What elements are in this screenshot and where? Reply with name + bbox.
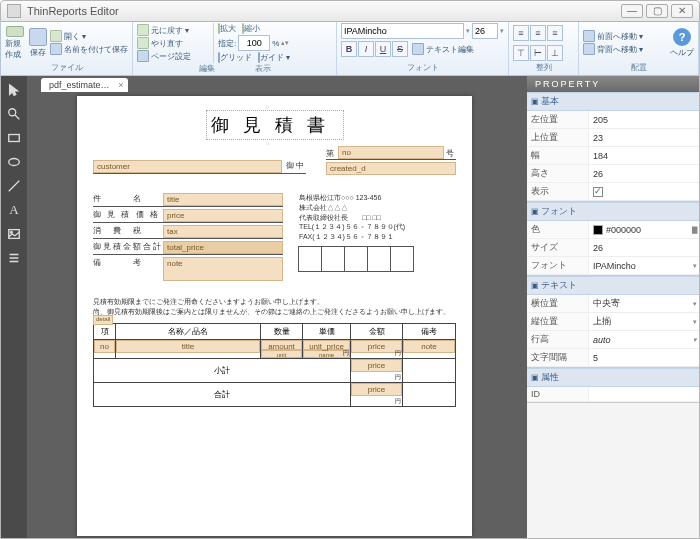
document-tab[interactable]: pdf_estimate…× (41, 78, 128, 92)
tool-palette: A (1, 76, 27, 538)
field-tax[interactable]: tax (163, 225, 283, 238)
ellipse-tool[interactable] (6, 154, 22, 170)
field-note[interactable]: note (163, 257, 283, 281)
undo-button[interactable]: 元に戻す ▾ (137, 24, 211, 36)
zoom-tool[interactable] (6, 106, 22, 122)
list-tool[interactable] (6, 250, 22, 266)
canvas[interactable]: pdf_estimate…× 御見積書 customer御中 第no号 crea… (27, 76, 527, 538)
company-block: 島根県松江市○○○ 123-456 株式会社△△△ 代表取締役社長 □□ □□ … (299, 193, 456, 283)
prop-fontfamily[interactable]: IPAMincho▾ (589, 257, 699, 274)
text-tool[interactable]: A (6, 202, 22, 218)
save-button[interactable]: 保存 (28, 26, 49, 60)
send-backward-button[interactable]: 背面へ移動 ▾ (583, 43, 643, 55)
report-title[interactable]: 御見積書 (93, 110, 456, 140)
field-no[interactable]: no (338, 146, 444, 159)
svg-point-4 (11, 231, 13, 233)
image-tool[interactable] (6, 226, 22, 242)
close-button[interactable]: ✕ (671, 4, 693, 18)
zoomout-button[interactable]: 縮小 (242, 23, 260, 34)
valign-mid-button[interactable]: ⊢ (530, 45, 546, 61)
titlebar: ThinReports Editor — ▢ ✕ (0, 0, 700, 22)
prop-width[interactable]: 184 (589, 147, 699, 164)
align-center-button[interactable]: ≡ (530, 25, 546, 41)
svg-point-0 (9, 109, 16, 116)
prop-left[interactable]: 205 (589, 111, 699, 128)
grid-toggle[interactable]: グリッド (218, 52, 252, 63)
valign-bot-button[interactable]: ⊥ (547, 45, 563, 61)
prop-display[interactable] (589, 183, 699, 200)
bold-button[interactable]: B (341, 41, 357, 57)
zoom-input[interactable] (238, 35, 270, 51)
align-left-button[interactable]: ≡ (513, 25, 529, 41)
bring-forward-button[interactable]: 前面へ移動 ▾ (583, 30, 643, 42)
italic-button[interactable]: I (358, 41, 374, 57)
prop-id[interactable] (589, 387, 699, 401)
prop-valign[interactable]: 上揃▾ (589, 313, 699, 330)
pagesetup-button[interactable]: ページ設定 (137, 50, 211, 62)
list-tag[interactable]: detail (93, 315, 113, 325)
report-page[interactable]: 御見積書 customer御中 第no号 created_d 件 名title … (77, 96, 472, 536)
field-price[interactable]: price (163, 209, 283, 222)
underline-button[interactable]: U (375, 41, 391, 57)
svg-point-2 (9, 159, 20, 166)
maximize-button[interactable]: ▢ (646, 4, 668, 18)
textedit-button[interactable]: テキスト編集 (412, 41, 474, 57)
tab-close-icon[interactable]: × (118, 80, 123, 90)
field-title[interactable]: title (163, 193, 283, 206)
new-button[interactable]: 新規作成 (5, 26, 26, 60)
prop-halign[interactable]: 中央寄▾ (589, 295, 699, 312)
saveas-button[interactable]: 名前を付けて保存 (50, 43, 128, 55)
minimize-button[interactable]: — (621, 4, 643, 18)
redo-button[interactable]: やり直す (137, 37, 211, 49)
zoomin-button[interactable]: 拡大 (218, 23, 236, 34)
svg-rect-1 (9, 135, 20, 142)
prop-color[interactable]: #000000▇ (589, 221, 699, 238)
window-title: ThinReports Editor (27, 5, 618, 17)
guide-toggle[interactable]: ガイド ▾ (258, 52, 290, 63)
open-button[interactable]: 開く ▾ (50, 30, 128, 42)
prop-height[interactable]: 26 (589, 165, 699, 182)
field-customer[interactable]: customer (93, 160, 282, 173)
select-tool[interactable] (6, 82, 22, 98)
property-header: PROPERTY (527, 76, 699, 92)
align-right-button[interactable]: ≡ (547, 25, 563, 41)
help-button[interactable]: ? (673, 28, 691, 46)
prop-top[interactable]: 23 (589, 129, 699, 146)
detail-table[interactable]: 項 名称／品名 数量 単価 金額 備考 no title amountunit … (93, 323, 456, 407)
prop-fontsize[interactable]: 26 (589, 239, 699, 256)
strike-button[interactable]: S (392, 41, 408, 57)
field-created[interactable]: created_d (326, 162, 456, 175)
group-label-file: ファイル (5, 62, 128, 74)
stamp-boxes (299, 246, 456, 272)
font-family-select[interactable] (341, 23, 464, 39)
property-panel: PROPERTY 基本 左位置205 上位置23 幅184 高さ26 表示 フォ… (527, 76, 699, 538)
ribbon: 新規作成 保存 開く ▾ 名前を付けて保存 ファイル 元に戻す ▾ やり直す ペ… (0, 22, 700, 76)
font-size-select[interactable] (472, 23, 498, 39)
app-icon (7, 4, 21, 18)
line-tool[interactable] (6, 178, 22, 194)
valign-top-button[interactable]: ⊤ (513, 45, 529, 61)
rect-tool[interactable] (6, 130, 22, 146)
prop-letterspace[interactable]: 5 (589, 349, 699, 366)
field-total[interactable]: total_price (163, 241, 283, 254)
prop-lineheight[interactable]: auto▾ (589, 331, 699, 348)
